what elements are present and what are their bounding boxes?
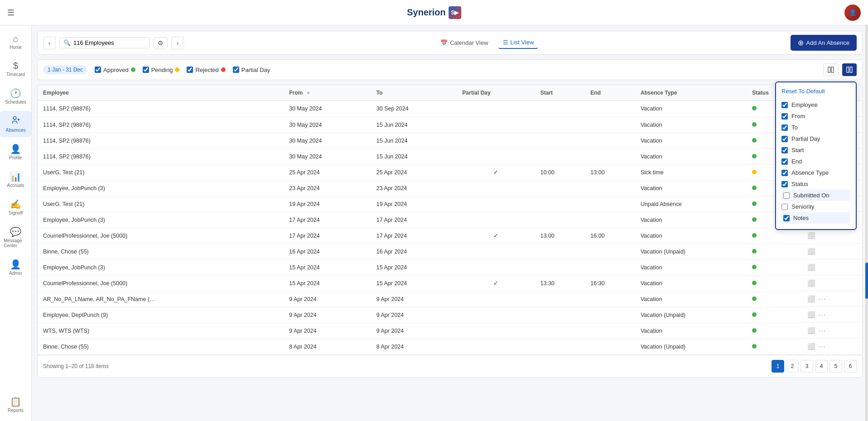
search-input[interactable] bbox=[73, 39, 146, 46]
table-row[interactable]: AR_No_PA_LName, AR_No_PA_FName (… 9 Apr … bbox=[38, 291, 862, 307]
cell-notes[interactable]: ⬜ bbox=[802, 228, 862, 244]
sidebar-item-reports[interactable]: 📋 Reports bbox=[0, 392, 31, 417]
col-checkbox-end[interactable] bbox=[781, 158, 788, 165]
col-checkbox-notes[interactable] bbox=[783, 215, 790, 221]
approved-filter[interactable]: Approved bbox=[95, 67, 135, 73]
col-dropdown-item-seniority[interactable]: Seniority bbox=[781, 201, 850, 212]
note-icon[interactable]: ⬜ bbox=[807, 311, 815, 318]
col-checkbox-to[interactable] bbox=[781, 124, 788, 131]
pending-filter[interactable]: Pending bbox=[143, 67, 180, 73]
note-icon[interactable]: ⬜ bbox=[807, 232, 815, 239]
table-row[interactable]: CourrielProfessionnel, Joe (5000) 15 Apr… bbox=[38, 275, 862, 291]
sidebar-item-accruals[interactable]: 📊 Accruals bbox=[0, 167, 31, 192]
prev-nav-button[interactable]: ‹ bbox=[43, 37, 56, 49]
hamburger-icon[interactable]: ☰ bbox=[7, 8, 14, 18]
table-row[interactable]: Employee, JobPunch (3) 23 Apr 2024 23 Ap… bbox=[38, 180, 862, 196]
partial-day-filter[interactable]: Partial Day bbox=[233, 67, 270, 73]
page-button-6[interactable]: 6 bbox=[844, 360, 857, 373]
action-dots[interactable]: ··· bbox=[819, 311, 827, 318]
col-dropdown-item-start[interactable]: Start bbox=[781, 144, 850, 156]
partial-day-checkbox[interactable] bbox=[233, 67, 239, 73]
table-row[interactable]: CourrielProfessionnel, Joe (5000) 17 Apr… bbox=[38, 228, 862, 244]
column-toggle-button[interactable] bbox=[842, 63, 857, 76]
note-icon[interactable]: ⬜ bbox=[807, 327, 815, 334]
col-checkbox-start[interactable] bbox=[781, 147, 788, 153]
col-dropdown-item-to[interactable]: To bbox=[781, 122, 850, 133]
note-icon[interactable]: ⬜ bbox=[807, 263, 815, 271]
table-row[interactable]: 1114, SP2 (98876) 30 May 2024 30 Sep 202… bbox=[38, 101, 862, 117]
cell-notes[interactable]: ⬜ ··· bbox=[802, 307, 862, 323]
cell-from: 15 Apr 2024 bbox=[284, 259, 371, 275]
table-row[interactable]: Employee, DeptPunch (9) 9 Apr 2024 9 Apr… bbox=[38, 307, 862, 323]
cell-notes[interactable]: ⬜ ··· bbox=[802, 291, 862, 307]
cell-notes[interactable]: ⬜ bbox=[802, 275, 862, 291]
cell-notes[interactable]: ⬜ bbox=[802, 244, 862, 259]
cell-notes[interactable]: ⬜ bbox=[802, 259, 862, 275]
col-dropdown-item-notes[interactable]: Notes bbox=[781, 212, 850, 224]
table-row[interactable]: 1114, SP2 (98876) 30 May 2024 15 Jun 202… bbox=[38, 148, 862, 164]
col-dropdown-item-submitted_on[interactable]: Submitted On bbox=[781, 190, 850, 201]
calendar-view-button[interactable]: 📅 Calendar View bbox=[436, 37, 492, 48]
note-icon[interactable]: ⬜ bbox=[807, 343, 815, 350]
col-header-from[interactable]: From ▼ bbox=[284, 85, 371, 101]
sidebar-item-admin[interactable]: 👤 Admin bbox=[0, 254, 31, 280]
right-scrollbar[interactable] bbox=[865, 25, 868, 421]
pending-checkbox[interactable] bbox=[143, 67, 149, 73]
table-row[interactable]: WTS, WTS (WTS) 9 Apr 2024 9 Apr 2024 Vac… bbox=[38, 323, 862, 339]
sidebar-item-timecard[interactable]: $ Timecard bbox=[0, 56, 31, 81]
rejected-checkbox[interactable] bbox=[187, 67, 193, 73]
note-icon[interactable]: ⬜ bbox=[807, 279, 815, 287]
rejected-filter[interactable]: Rejected bbox=[187, 67, 225, 73]
cell-notes[interactable]: ⬜ ··· bbox=[802, 323, 862, 339]
page-button-3[interactable]: 3 bbox=[800, 360, 813, 373]
sidebar-item-signoff[interactable]: ✍ Signoff bbox=[0, 194, 31, 220]
table-row[interactable]: 1114, SP2 (98876) 30 May 2024 15 Jun 202… bbox=[38, 117, 862, 133]
table-row[interactable]: Binne, Chose (55) 16 Apr 2024 16 Apr 202… bbox=[38, 244, 862, 259]
col-checkbox-partial_day[interactable] bbox=[781, 136, 788, 142]
next-nav-button[interactable]: › bbox=[171, 37, 184, 49]
page-button-5[interactable]: 5 bbox=[829, 360, 842, 373]
sidebar-item-schedules[interactable]: 🕐 Schedules bbox=[0, 83, 31, 109]
col-checkbox-employee[interactable] bbox=[781, 102, 788, 108]
table-row[interactable]: UserG, Test (21) 25 Apr 2024 25 Apr 2024… bbox=[38, 164, 862, 180]
table-row[interactable]: Binne, Chose (55) 8 Apr 2024 8 Apr 2024 … bbox=[38, 339, 862, 354]
col-checkbox-submitted_on[interactable] bbox=[783, 192, 790, 199]
note-icon[interactable]: ⬜ bbox=[807, 295, 815, 302]
sidebar-item-message-center[interactable]: 💬 Message Center bbox=[0, 222, 31, 253]
add-absence-button[interactable]: ⊕ Add An Absence bbox=[791, 35, 857, 51]
table-row[interactable]: 1114, SP2 (98876) 30 May 2024 15 Jun 202… bbox=[38, 133, 862, 148]
column-toggle-outline-button[interactable] bbox=[823, 63, 839, 76]
sidebar-item-absences[interactable]: Absences bbox=[0, 111, 31, 137]
page-button-4[interactable]: 4 bbox=[815, 360, 828, 373]
avatar[interactable]: 👤 bbox=[844, 5, 861, 21]
filter-button[interactable]: ⚙ bbox=[154, 37, 168, 49]
sidebar-item-profile[interactable]: 👤 Profile bbox=[0, 139, 31, 165]
page-button-2[interactable]: 2 bbox=[786, 360, 799, 373]
col-dropdown-item-absence_type[interactable]: Absence Type bbox=[781, 167, 850, 178]
date-range-badge[interactable]: 1 Jan - 31 Dec bbox=[43, 65, 87, 74]
table-row[interactable]: UserG, Test (21) 19 Apr 2024 19 Apr 2024… bbox=[38, 196, 862, 212]
col-checkbox-absence_type[interactable] bbox=[781, 170, 788, 176]
col-checkbox-seniority[interactable] bbox=[781, 204, 788, 210]
table-row[interactable]: Employee, JobPunch (3) 15 Apr 2024 15 Ap… bbox=[38, 259, 862, 275]
cell-end bbox=[585, 117, 635, 133]
col-checkbox-status[interactable] bbox=[781, 181, 788, 187]
cell-notes[interactable]: ⬜ ··· bbox=[802, 339, 862, 354]
action-dots[interactable]: ··· bbox=[819, 295, 827, 302]
action-dots[interactable]: ··· bbox=[819, 343, 827, 350]
col-dropdown-item-partial_day[interactable]: Partial Day bbox=[781, 133, 850, 144]
note-icon[interactable]: ⬜ bbox=[807, 248, 815, 255]
col-dropdown-item-end[interactable]: End bbox=[781, 156, 850, 167]
page-button-1[interactable]: 1 bbox=[772, 360, 784, 373]
table-row[interactable]: Employee, JobPunch (3) 17 Apr 2024 17 Ap… bbox=[38, 212, 862, 228]
right-scrollbar-thumb[interactable] bbox=[865, 263, 868, 299]
action-dots[interactable]: ··· bbox=[819, 327, 827, 334]
list-view-button[interactable]: ☰ List View bbox=[498, 37, 539, 49]
col-dropdown-item-from[interactable]: From bbox=[781, 110, 850, 122]
sidebar-item-home[interactable]: ⌂ Home bbox=[0, 29, 31, 54]
reset-to-default-button[interactable]: Reset To Default bbox=[781, 88, 825, 95]
col-dropdown-item-status[interactable]: Status bbox=[781, 178, 850, 190]
col-checkbox-from[interactable] bbox=[781, 113, 788, 120]
col-dropdown-item-employee[interactable]: Employee bbox=[781, 99, 850, 110]
approved-checkbox[interactable] bbox=[95, 67, 101, 73]
